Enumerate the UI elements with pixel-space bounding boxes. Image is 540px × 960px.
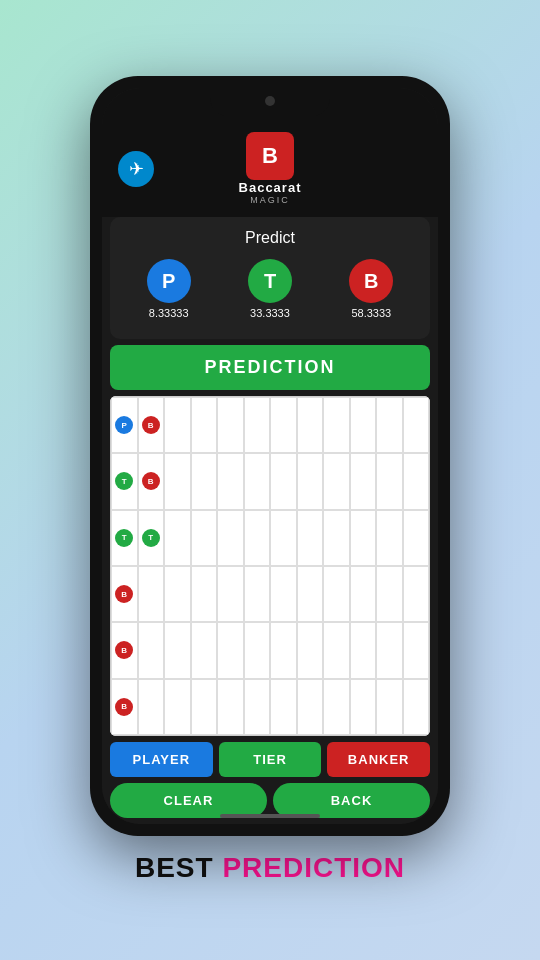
grid-cell: P [111, 397, 138, 453]
telegram-icon[interactable]: ✈ [118, 151, 154, 187]
phone-frame: ✈ B Baccarat MAGIC Predict P 8.33333 [90, 76, 450, 836]
tagline-best: BEST [135, 852, 214, 883]
grid-cell [217, 566, 244, 622]
grid-cell [323, 622, 350, 678]
grid-cell [376, 397, 403, 453]
grid-cell [350, 397, 377, 453]
grid-cell [244, 566, 271, 622]
circle-t: T [248, 259, 292, 303]
grid-cell: B [111, 566, 138, 622]
circle-p: P [147, 259, 191, 303]
grid-cell [164, 566, 191, 622]
clear-button[interactable]: CLEAR [110, 783, 267, 818]
tier-button[interactable]: TIER [219, 742, 322, 777]
grid-cell [350, 566, 377, 622]
utility-buttons-row: CLEAR BACK [110, 783, 430, 818]
circle-b: B [349, 259, 393, 303]
grid-cell: T [111, 510, 138, 566]
grid-cell [244, 453, 271, 509]
grid-cell [244, 679, 271, 735]
home-bar [220, 814, 320, 818]
grid-cell [270, 453, 297, 509]
tagline-prediction: PREDICTION [222, 852, 405, 883]
phone-screen: ✈ B Baccarat MAGIC Predict P 8.33333 [102, 88, 438, 824]
bottom-tagline: BEST PREDICTION [135, 852, 405, 884]
grid-cell [403, 566, 430, 622]
action-buttons-row: PLAYER TIER BANKER [110, 742, 430, 777]
grid-cell [270, 397, 297, 453]
grid-cell [244, 622, 271, 678]
predict-item-t: T 33.3333 [248, 259, 292, 319]
grid-cell: B [138, 397, 165, 453]
grid-cell [323, 510, 350, 566]
back-button[interactable]: BACK [273, 783, 430, 818]
grid-cell [191, 622, 218, 678]
grid-cell [297, 622, 324, 678]
app-logo-icon: B [246, 132, 294, 180]
grid-cell [403, 622, 430, 678]
grid-cell [244, 397, 271, 453]
grid-cell [350, 453, 377, 509]
app-header: ✈ B Baccarat MAGIC [102, 124, 438, 217]
grid-section: PBTBTTBBB [110, 396, 430, 736]
app-name: Baccarat [239, 180, 302, 195]
grid-cell [270, 622, 297, 678]
bottom-buttons: PLAYER TIER BANKER CLEAR BACK [102, 736, 438, 824]
grid-cell [403, 397, 430, 453]
grid-cell [270, 566, 297, 622]
grid-cell [138, 566, 165, 622]
grid-cell [376, 679, 403, 735]
grid-cell [164, 453, 191, 509]
grid-cell: T [138, 510, 165, 566]
grid-cell: B [138, 453, 165, 509]
grid-cell [297, 397, 324, 453]
player-button[interactable]: PLAYER [110, 742, 213, 777]
grid-cell [164, 622, 191, 678]
predict-item-p: P 8.33333 [147, 259, 191, 319]
grid-cell [270, 510, 297, 566]
grid-cell [191, 510, 218, 566]
grid-cell [217, 453, 244, 509]
grid-cell [376, 566, 403, 622]
grid-cell: B [111, 679, 138, 735]
logo-letter: B [262, 143, 278, 169]
grid-cell [323, 679, 350, 735]
grid-cell [217, 397, 244, 453]
grid-cell [323, 453, 350, 509]
grid-cell [297, 453, 324, 509]
grid-cell [191, 397, 218, 453]
grid-cell [270, 679, 297, 735]
grid-cell: B [111, 622, 138, 678]
dot-b: B [115, 641, 133, 659]
grid-cell [217, 622, 244, 678]
grid-cell [403, 453, 430, 509]
predict-circles: P 8.33333 T 33.3333 B 58.3333 [118, 259, 422, 319]
banker-button[interactable]: BANKER [327, 742, 430, 777]
app-subtitle: MAGIC [250, 195, 290, 205]
dot-t: T [142, 529, 160, 547]
grid-cell [376, 510, 403, 566]
grid-cell [244, 510, 271, 566]
dot-p: P [115, 416, 133, 434]
grid-cell [297, 510, 324, 566]
grid-cell [297, 679, 324, 735]
grid-cell [403, 510, 430, 566]
grid-cell [350, 510, 377, 566]
phone-camera [265, 96, 275, 106]
grid-cell [376, 453, 403, 509]
grid-cell [217, 510, 244, 566]
logo-container: B Baccarat MAGIC [239, 132, 302, 205]
prediction-button[interactable]: PREDICTION [110, 345, 430, 390]
predict-item-b: B 58.3333 [349, 259, 393, 319]
grid-cell [217, 679, 244, 735]
grid-cell [297, 566, 324, 622]
grid-cell [376, 622, 403, 678]
grid-cell [164, 679, 191, 735]
predict-section: Predict P 8.33333 T 33.3333 B [110, 217, 430, 339]
predict-value-b: 58.3333 [351, 307, 391, 319]
grid-cell [191, 566, 218, 622]
grid-cell [350, 622, 377, 678]
grid-cell [164, 510, 191, 566]
baccarat-grid: PBTBTTBBB [110, 396, 430, 736]
grid-cell: T [111, 453, 138, 509]
